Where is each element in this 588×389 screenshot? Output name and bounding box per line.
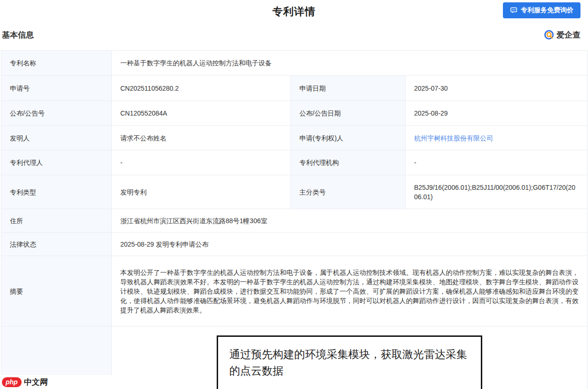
publication-number-label: 公布/公告号 [1,101,112,126]
aiqicha-brand-name: 爱企查 [557,30,580,40]
main-classification-value: B25J9/16(2006.01);B25J11/00(2006.01);G06… [406,175,588,209]
address-label: 住所 [1,209,112,233]
patent-type-label: 专利类型 [1,175,112,209]
php-logo-oval: php [2,377,22,387]
page-title: 专利详情 [0,5,588,19]
table-row: 专利名称 一种基于数字孪生的机器人运动控制方法和电子设备 [1,51,588,76]
inventor-value: 请求不公布姓名 [112,126,291,150]
abstract-value: 本发明公开了一种基于数字孪生的机器人运动控制方法和电子设备，属于机器人运动控制技… [112,256,588,327]
publication-date-label: 公布/公告日期 [291,101,406,126]
chat-bubble-icon [510,7,517,14]
flowchart-step-box: 通过预先构建的环境采集模块，获取激光雷达采集的点云数据 [217,335,482,389]
table-row: 申请号 CN202511056280.2 申请日期 2025-07-30 [1,76,588,101]
patent-info-table: 专利名称 一种基于数字孪生的机器人运动控制方法和电子设备 申请号 CN20251… [1,50,588,389]
application-date-label: 申请日期 [291,76,406,101]
main-classification-label: 主分类号 [291,175,406,209]
legal-status-value: 2025-08-29 发明专利申请公布 [112,233,588,256]
legal-status-label: 法律状态 [1,233,112,256]
section-row: 基本信息 爱企查 [0,27,588,42]
inventor-label: 发明人 [1,126,112,150]
patent-agent-value: - [112,150,291,175]
table-row: 摘要 本发明公开了一种基于数字孪生的机器人运动控制方法和电子设备，属于机器人运动… [1,256,588,327]
patent-agency-label: 专利代理机构 [291,150,406,175]
applicant-value: 杭州宇树科技股份有限公司 [406,126,588,150]
patent-agent-label: 专利代理人 [1,150,112,175]
basic-info-section-title: 基本信息 [2,30,34,40]
table-row: 住所 浙江省杭州市滨江区西兴街道东流路88号1幢306室 [1,209,588,233]
patent-service-quote-button[interactable]: 专利服务免费询价 [503,2,580,18]
application-number-value: CN202511056280.2 [112,76,291,101]
application-number-label: 申请号 [1,76,112,101]
patent-name-value: 一种基于数字孪生的机器人运动控制方法和电子设备 [112,51,588,76]
patent-name-label: 专利名称 [1,51,112,76]
table-row: 专利代理人 - 专利代理机构 - [1,150,588,175]
applicant-label: 申请(专利权)人 [291,126,406,150]
patent-type-value: 发明专利 [112,175,291,209]
address-value: 浙江省杭州市滨江区西兴街道东流路88号1幢306室 [112,209,588,233]
aiqicha-logo-icon [544,30,554,40]
publication-number-value: CN120552084A [112,101,291,126]
figure-cell: 通过预先构建的环境采集模块，获取激光雷达采集的点云数据 [112,327,588,389]
php-logo-text: 中文网 [24,377,48,388]
patent-agency-value: - [406,150,588,175]
page-header: 专利详情 专利服务免费询价 [0,0,588,20]
publication-date-value: 2025-08-29 [406,101,588,126]
applicant-company-link[interactable]: 杭州宇树科技股份有限公司 [414,134,493,142]
abstract-label: 摘要 [1,256,112,327]
patent-figure: 通过预先构建的环境采集模块，获取激光雷达采集的点云数据 [217,335,482,389]
table-row: 通过预先构建的环境采集模块，获取激光雷达采集的点云数据 [1,327,588,389]
application-date-value: 2025-07-30 [406,76,588,101]
php-cn-watermark-logo: php 中文网 [2,377,48,388]
aiqicha-brand-link[interactable]: 爱企查 [544,30,580,40]
table-row: 发明人 请求不公布姓名 申请(专利权)人 杭州宇树科技股份有限公司 [1,126,588,150]
table-row: 法律状态 2025-08-29 发明专利申请公布 [1,233,588,256]
table-row: 公布/公告号 CN120552084A 公布/公告日期 2025-08-29 [1,101,588,126]
quote-button-label: 专利服务免费询价 [521,6,573,15]
table-row: 专利类型 发明专利 主分类号 B25J9/16(2006.01);B25J11/… [1,175,588,209]
